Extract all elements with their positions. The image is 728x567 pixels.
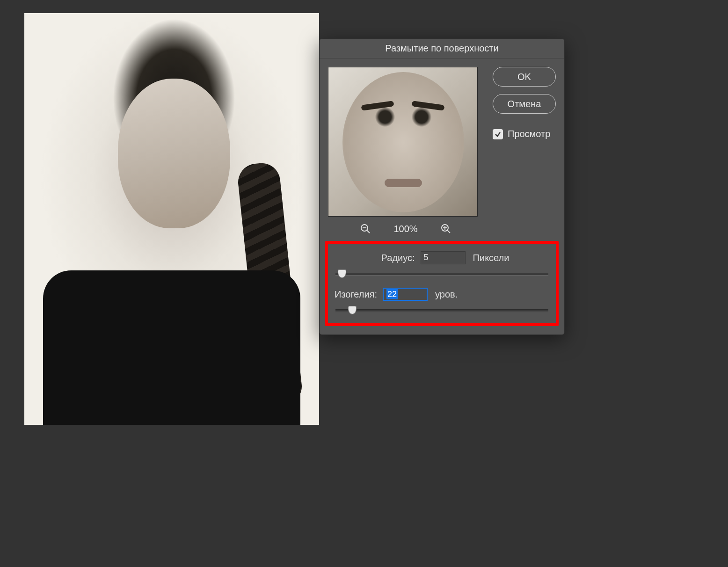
- threshold-slider-thumb[interactable]: [348, 306, 357, 314]
- preview-checkbox-label: Просмотр: [508, 129, 550, 139]
- radius-input[interactable]: 5: [421, 251, 466, 264]
- threshold-slider[interactable]: [335, 309, 548, 312]
- threshold-label: Изогелия:: [335, 289, 377, 300]
- ok-button[interactable]: OK: [493, 67, 556, 87]
- canvas-document-image: [24, 13, 319, 425]
- preview-thumbnail[interactable]: [328, 67, 478, 217]
- cancel-button[interactable]: Отмена: [493, 94, 556, 114]
- surface-blur-dialog: Размытие по поверхности 100%: [319, 38, 565, 335]
- preview-checkbox-row[interactable]: Просмотр: [493, 129, 556, 139]
- dialog-title-text: Размытие по поверхности: [385, 43, 498, 54]
- radius-slider[interactable]: [335, 273, 548, 276]
- threshold-unit: уров.: [435, 289, 458, 300]
- radius-label: Радиус:: [375, 253, 415, 263]
- svg-line-4: [447, 230, 450, 233]
- zoom-in-icon[interactable]: [440, 223, 451, 234]
- zoom-level-text: 100%: [393, 224, 417, 234]
- svg-line-1: [367, 230, 370, 233]
- threshold-input[interactable]: 22: [383, 288, 428, 301]
- radius-slider-thumb[interactable]: [338, 269, 346, 278]
- radius-unit: Пиксели: [473, 253, 510, 263]
- controls-highlight-area: Радиус: 5 Пиксели Изогелия: 22 уров.: [325, 241, 559, 326]
- zoom-out-icon[interactable]: [360, 223, 371, 234]
- preview-checkbox[interactable]: [493, 129, 503, 139]
- dialog-title: Размытие по поверхности: [320, 39, 564, 58]
